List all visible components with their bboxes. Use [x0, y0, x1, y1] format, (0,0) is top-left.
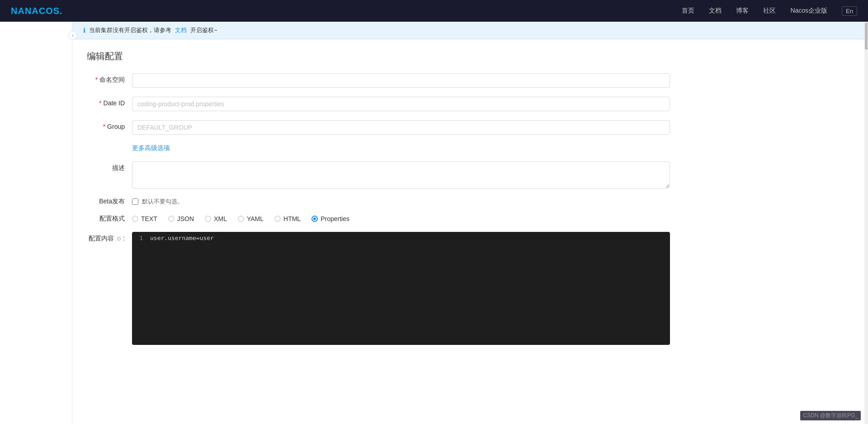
dataid-field	[132, 97, 670, 111]
nav-docs[interactable]: 文档	[709, 7, 722, 15]
format-json[interactable]: JSON	[168, 215, 194, 222]
code-line-1: 1 user.username=user	[132, 232, 670, 244]
alert-message-prefix: 当前集群没有开启鉴权，请参考	[89, 26, 171, 34]
description-textarea[interactable]	[132, 161, 670, 188]
format-yaml-label: YAML	[247, 215, 264, 222]
description-label: 描述	[87, 161, 132, 172]
code-editor[interactable]: 1 user.username=user	[132, 232, 670, 345]
format-html-label: HTML	[283, 215, 301, 222]
alert-message-suffix: 开启鉴权~	[190, 26, 217, 34]
format-xml[interactable]: XML	[205, 215, 227, 222]
alert-docs-link[interactable]: 文档	[175, 26, 187, 34]
beta-publish-hint: 默认不要勾选。	[142, 198, 183, 206]
group-label: Group	[87, 120, 132, 130]
main-layout: ‹ ℹ 当前集群没有开启鉴权，请参考 文档 开启鉴权~ 编辑配置 命名空间 Da…	[0, 22, 868, 424]
nacos-logo: NANACOS.	[11, 6, 63, 16]
alert-banner: ℹ 当前集群没有开启鉴权，请参考 文档 开启鉴权~	[72, 22, 868, 39]
more-options-spacer	[87, 144, 132, 146]
edit-config-form: 编辑配置 命名空间 Date ID Group	[72, 39, 868, 356]
footer-watermark: CSDN @数字游民PG_	[800, 411, 861, 420]
format-text-label: TEXT	[141, 215, 157, 222]
lang-switch-button[interactable]: En	[842, 6, 857, 16]
scrollbar[interactable]	[864, 22, 868, 424]
dataid-row: Date ID	[87, 97, 854, 111]
radio-properties	[311, 216, 318, 222]
radio-xml	[205, 216, 211, 222]
beta-publish-checkbox[interactable]	[132, 198, 138, 205]
sidebar: ‹	[0, 22, 72, 424]
group-input[interactable]	[132, 120, 670, 135]
logo-n: NA	[11, 6, 25, 16]
format-html[interactable]: HTML	[274, 215, 301, 222]
config-content-label-text: 配置内容	[89, 235, 114, 242]
format-text[interactable]: TEXT	[132, 215, 157, 222]
format-properties[interactable]: Properties	[311, 215, 349, 222]
group-row: Group	[87, 120, 854, 135]
format-xml-label: XML	[214, 215, 227, 222]
logo-text: NACOS.	[25, 6, 63, 16]
config-format-row: 配置格式 TEXT JSON XML	[87, 215, 854, 223]
config-help-icon[interactable]: ⊙	[117, 236, 121, 242]
line-content-1: user.username=user	[150, 234, 214, 242]
namespace-row: 命名空间	[87, 73, 854, 88]
beta-publish-row: Beta发布 默认不要勾选。	[87, 198, 854, 206]
radio-text	[132, 216, 138, 222]
sidebar-toggle-button[interactable]: ‹	[68, 31, 77, 40]
line-number-1: 1	[132, 234, 150, 242]
nav-enterprise[interactable]: Nacos企业版	[790, 7, 827, 15]
format-yaml[interactable]: YAML	[238, 215, 264, 222]
namespace-label: 命名空间	[87, 73, 132, 84]
nav-links-container: 首页 文档 博客 社区 Nacos企业版 En	[682, 6, 857, 16]
config-format-label: 配置格式	[87, 215, 132, 223]
main-content: ℹ 当前集群没有开启鉴权，请参考 文档 开启鉴权~ 编辑配置 命名空间 Date…	[72, 22, 868, 424]
namespace-field	[132, 73, 670, 88]
nav-home[interactable]: 首页	[682, 7, 694, 15]
config-content-row: 配置内容 ⊙ : 1 user.username=user	[87, 232, 854, 345]
radio-json	[168, 216, 175, 222]
more-options-row: 更多高级选项	[87, 144, 854, 152]
nav-blog[interactable]: 博客	[736, 7, 749, 15]
alert-info-icon: ℹ	[83, 27, 85, 34]
dataid-label: Date ID	[87, 97, 132, 107]
format-json-label: JSON	[177, 215, 194, 222]
config-content-label: 配置内容 ⊙ :	[87, 232, 132, 243]
radio-html	[274, 216, 281, 222]
page-title: 编辑配置	[87, 50, 854, 62]
config-content-colon: :	[123, 235, 125, 242]
group-field	[132, 120, 670, 135]
namespace-input[interactable]	[132, 73, 670, 88]
more-options-field: 更多高级选项	[132, 144, 670, 152]
scrollbar-thumb[interactable]	[865, 23, 868, 50]
top-navigation: NANACOS. 首页 文档 博客 社区 Nacos企业版 En	[0, 0, 868, 22]
more-options-link[interactable]: 更多高级选项	[132, 144, 170, 151]
description-row: 描述	[87, 161, 854, 188]
nav-community[interactable]: 社区	[763, 7, 776, 15]
radio-yaml	[238, 216, 244, 222]
format-options-group: TEXT JSON XML YAML	[132, 215, 349, 222]
beta-publish-label: Beta发布	[87, 198, 132, 206]
dataid-input[interactable]	[132, 97, 670, 111]
format-properties-label: Properties	[321, 215, 349, 222]
